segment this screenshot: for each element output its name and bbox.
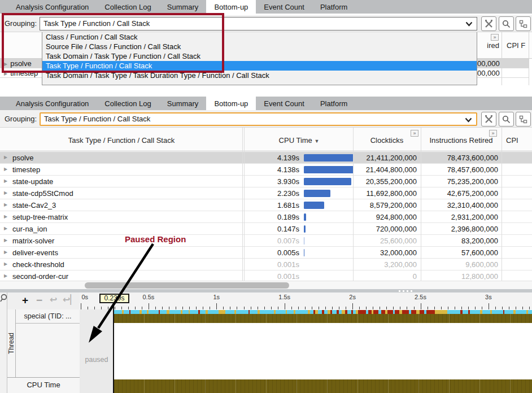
instructions-retired-value: 78,473,600,000 bbox=[422, 154, 498, 162]
zoom-out-icon[interactable]: − bbox=[36, 294, 42, 307]
tab-analysis-configuration[interactable]: Analysis Configuration bbox=[8, 0, 97, 14]
expand-row-icon[interactable]: ▶ bbox=[4, 238, 7, 243]
table-row[interactable]: ▶check-threshold0.001s3,200,0009,600,000 bbox=[0, 259, 532, 270]
expand-row-icon[interactable]: ▶ bbox=[4, 203, 7, 207]
tab-summary[interactable]: Summary bbox=[159, 0, 207, 14]
tab-event-count[interactable]: Event Count bbox=[256, 0, 312, 14]
col-instructions-retired-fragment[interactable]: ired bbox=[487, 41, 499, 50]
timeline-track-area[interactable] bbox=[114, 309, 532, 393]
search-icon bbox=[502, 20, 511, 28]
col-cpi-fragment[interactable]: CPI F bbox=[507, 41, 525, 50]
column-header-cpu-time[interactable]: CPU Time ▼ bbox=[245, 136, 353, 145]
expand-row-icon[interactable]: ▶ bbox=[4, 167, 7, 172]
customize-grouping-button[interactable] bbox=[481, 16, 496, 31]
task-segment bbox=[387, 310, 393, 314]
tab-analysis-configuration[interactable]: Analysis Configuration bbox=[8, 97, 97, 110]
ruler-major-tick bbox=[352, 303, 353, 309]
task-segment bbox=[482, 310, 490, 314]
instructions-retired-value: 78,457,600,000 bbox=[422, 165, 498, 174]
table-row[interactable]: ▶matrix-solver0.007s25,600,00083,200,000 bbox=[0, 235, 532, 247]
tab-collection-log[interactable]: Collection Log bbox=[97, 97, 159, 110]
ruler-label: 1.5s bbox=[278, 294, 290, 300]
table-header: Task Type / Function / Call Stack CPU Ti… bbox=[0, 128, 532, 151]
tab-bottom-up[interactable]: Bottom-up bbox=[206, 0, 256, 14]
expand-row-icon[interactable]: ▶ bbox=[4, 179, 7, 184]
cpu-time-bar bbox=[304, 190, 330, 197]
undo-zoom-icon[interactable]: ↩ bbox=[50, 294, 57, 305]
table-row[interactable]: ▶timestep4.138s21,404,800,00078,457,600,… bbox=[0, 164, 532, 176]
timeline-cursor-line[interactable] bbox=[113, 303, 114, 393]
column-header-task-type[interactable]: Task Type / Function / Call Stack bbox=[0, 136, 243, 145]
row-label: deliver-events bbox=[12, 248, 58, 257]
zoom-in-icon[interactable]: + bbox=[22, 294, 28, 307]
column-header-instructions-retired[interactable]: Instructions Retired bbox=[421, 136, 502, 145]
grouping-combobox[interactable]: Task Type / Function / Call Stack bbox=[40, 112, 477, 126]
paused-region-annotation-label: Paused Region bbox=[125, 234, 186, 244]
table-row[interactable]: ▶state-cdp5StCmod2.230s11,692,800,00042,… bbox=[0, 187, 532, 199]
timeline-cursor-tooltip: 0.239s bbox=[99, 294, 129, 303]
expand-row-icon[interactable]: ▶ bbox=[4, 215, 7, 219]
clockticks-value: 32,000,000 bbox=[354, 248, 417, 257]
expand-row-icon[interactable]: ▶ bbox=[4, 191, 7, 195]
ruler-major-tick bbox=[421, 303, 421, 309]
column-divider bbox=[502, 128, 502, 281]
customize-grouping-button[interactable] bbox=[481, 112, 496, 126]
stack-view-button[interactable] bbox=[516, 112, 531, 126]
cpu-time-value: 4.139s bbox=[247, 154, 299, 162]
tab-collection-log[interactable]: Collection Log bbox=[97, 0, 159, 14]
thread-row-label[interactable]: special (TID: ... bbox=[16, 309, 80, 324]
clockticks-value: 8,579,200,000 bbox=[354, 201, 417, 209]
task-segment bbox=[219, 310, 225, 314]
column-header-cpi[interactable]: CPI bbox=[506, 136, 532, 145]
tab-summary[interactable]: Summary bbox=[159, 97, 207, 110]
ruler-major-tick bbox=[149, 303, 149, 309]
task-segment bbox=[130, 310, 139, 314]
table-row[interactable]: ▶state-update3.930s20,355,200,00075,235,… bbox=[0, 176, 532, 187]
expand-row-icon[interactable]: ▶ bbox=[4, 155, 7, 160]
reset-zoom-icon[interactable]: ↩▏ bbox=[63, 294, 77, 305]
tab-event-count[interactable]: Event Count bbox=[256, 97, 312, 110]
row-label: setup-tree-matrix bbox=[12, 213, 68, 221]
table-row[interactable]: ▶psolve4.139s21,411,200,00078,473,600,00… bbox=[0, 152, 532, 164]
column-header-clockticks[interactable]: Clockticks bbox=[353, 136, 421, 145]
search-button[interactable] bbox=[499, 16, 514, 31]
task-segment bbox=[208, 310, 219, 314]
call-stack-icon bbox=[519, 20, 527, 28]
timeline-left-strip bbox=[0, 292, 7, 393]
expand-column-button[interactable]: » bbox=[491, 34, 499, 41]
horizontal-scrollbar[interactable] bbox=[0, 281, 532, 289]
expand-row-icon[interactable]: ▶ bbox=[4, 262, 7, 267]
zoom-cursor-icon bbox=[0, 294, 7, 304]
task-segment bbox=[332, 310, 337, 314]
tab-platform[interactable]: Platform bbox=[312, 97, 355, 110]
annotation-highlight-box bbox=[2, 13, 224, 73]
expand-column-button[interactable]: » bbox=[489, 130, 497, 137]
top-panel: Analysis ConfigurationCollection LogSumm… bbox=[0, 0, 532, 85]
timeline-ruler: 0s0.5s1s1.5s2s2.5s3s bbox=[80, 292, 532, 309]
row-label: psolve bbox=[12, 154, 34, 162]
column-header-label: CPU Time bbox=[279, 136, 312, 145]
ruler-label: 2s bbox=[349, 294, 356, 300]
table-row[interactable]: ▶deliver-events0.005s32,000,00057,600,00… bbox=[0, 247, 532, 259]
cpu-time-bar bbox=[304, 166, 354, 173]
table-row[interactable]: ▶state-Cav2_31.681s8,579,200,00032,310,4… bbox=[0, 199, 532, 211]
ruler-label: 2.5s bbox=[415, 294, 426, 300]
cpu-time-row-label[interactable]: CPU Time bbox=[7, 377, 80, 393]
cpu-time-value: 0.001s bbox=[247, 260, 299, 269]
cpu-time-bar bbox=[304, 178, 351, 185]
search-button[interactable] bbox=[499, 112, 514, 126]
expand-row-icon[interactable]: ▶ bbox=[4, 274, 7, 278]
expand-row-icon[interactable]: ▶ bbox=[4, 226, 7, 231]
chevron-down-icon bbox=[465, 21, 473, 27]
table-row[interactable]: ▶second-order-cur0.001s012,800,000 bbox=[0, 270, 532, 281]
expand-row-icon[interactable]: ▶ bbox=[4, 250, 7, 255]
task-segment bbox=[225, 310, 234, 314]
task-segment bbox=[160, 310, 167, 314]
tab-bottom-up[interactable]: Bottom-up bbox=[206, 97, 256, 110]
stack-view-button[interactable] bbox=[516, 16, 531, 31]
table-row[interactable]: ▶setup-tree-matrix0.189s924,800,0002,931… bbox=[0, 211, 532, 223]
tab-platform[interactable]: Platform bbox=[312, 0, 355, 14]
expand-column-button[interactable]: » bbox=[411, 130, 418, 137]
scrollbar-thumb[interactable] bbox=[85, 282, 289, 289]
table-row[interactable]: ▶cur-na_ion0.147s720,000,0002,396,800,00… bbox=[0, 223, 532, 235]
